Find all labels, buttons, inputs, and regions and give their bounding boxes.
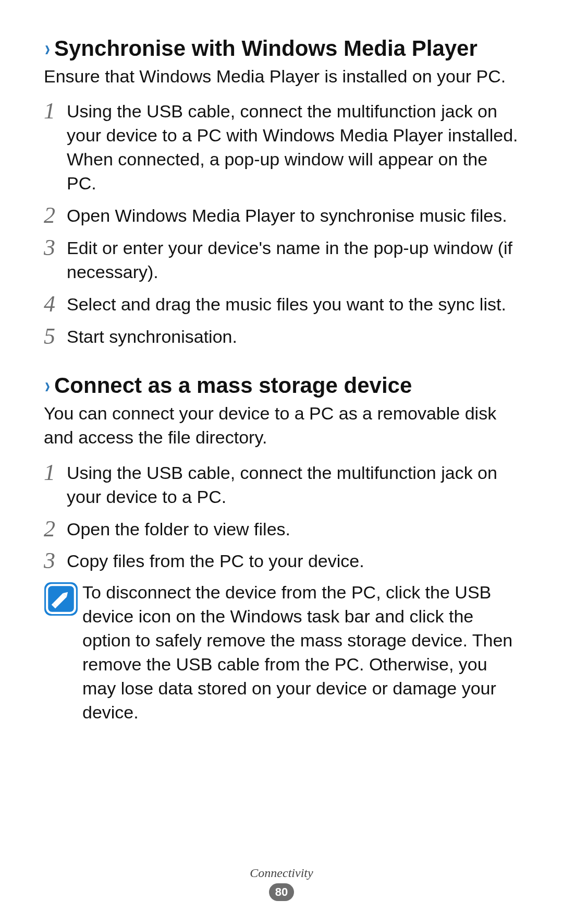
footer-category: Connectivity xyxy=(0,866,563,880)
page-footer: Connectivity 80 xyxy=(0,866,563,901)
page-number-badge: 80 xyxy=(269,883,294,901)
section1-intro: Ensure that Windows Media Player is inst… xyxy=(44,65,520,89)
step-item: 1 Using the USB cable, connect the multi… xyxy=(44,460,520,509)
step-number: 4 xyxy=(44,292,67,316)
step-item: 3 Edit or enter your device's name in th… xyxy=(44,235,520,284)
chevron-right-icon: › xyxy=(45,373,50,399)
step-number: 3 xyxy=(44,548,67,572)
step-number: 1 xyxy=(44,460,67,484)
step-number: 5 xyxy=(44,324,67,348)
section2-intro: You can connect your device to a PC as a… xyxy=(44,402,520,450)
step-number: 2 xyxy=(44,517,67,541)
step-item: 5 Start synchronisation. xyxy=(44,324,520,349)
step-text: Start synchronisation. xyxy=(67,324,237,349)
step-number: 1 xyxy=(44,99,67,123)
step-item: 1 Using the USB cable, connect the multi… xyxy=(44,99,520,196)
section-heading-sync-wmp: › Synchronise with Windows Media Player xyxy=(44,35,520,62)
step-text: Open Windows Media Player to synchronise… xyxy=(67,203,507,228)
heading-text: Synchronise with Windows Media Player xyxy=(54,35,478,62)
step-item: 2 Open the folder to view files. xyxy=(44,517,520,542)
step-number: 2 xyxy=(44,203,67,227)
step-text: Using the USB cable, connect the multifu… xyxy=(67,460,520,509)
step-text: Using the USB cable, connect the multifu… xyxy=(67,99,520,196)
step-item: 4 Select and drag the music files you wa… xyxy=(44,292,520,317)
manual-page: › Synchronise with Windows Media Player … xyxy=(0,0,563,756)
note-block: To disconnect the device from the PC, cl… xyxy=(44,581,520,724)
note-pencil-icon xyxy=(44,582,78,616)
section-heading-mass-storage: › Connect as a mass storage device xyxy=(44,373,520,399)
step-text: Select and drag the music files you want… xyxy=(67,292,506,317)
heading-text: Connect as a mass storage device xyxy=(54,373,412,399)
step-text: Edit or enter your device's name in the … xyxy=(67,235,520,284)
section2-steps: 1 Using the USB cable, connect the multi… xyxy=(44,460,520,574)
step-text: Open the folder to view files. xyxy=(67,517,290,542)
step-number: 3 xyxy=(44,235,67,259)
step-item: 3 Copy files from the PC to your device. xyxy=(44,548,520,573)
step-text: Copy files from the PC to your device. xyxy=(67,548,364,573)
section1-steps: 1 Using the USB cable, connect the multi… xyxy=(44,99,520,349)
note-text: To disconnect the device from the PC, cl… xyxy=(82,581,520,724)
step-item: 2 Open Windows Media Player to synchroni… xyxy=(44,203,520,228)
chevron-right-icon: › xyxy=(45,35,50,62)
